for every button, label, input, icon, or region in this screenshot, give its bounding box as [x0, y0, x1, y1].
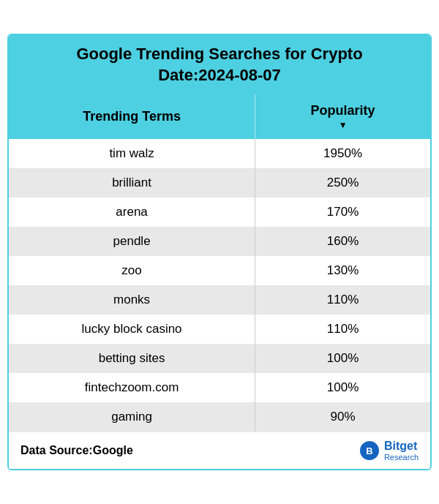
table-row: arena170% — [9, 198, 430, 227]
bitget-name: Bitget — [384, 440, 419, 453]
term-cell: zoo — [9, 256, 255, 285]
col-terms-header: Trending Terms — [9, 94, 255, 139]
popularity-cell: 160% — [255, 227, 430, 256]
chart-title: Google Trending Searches for Crypto Date… — [20, 44, 419, 86]
term-cell: brilliant — [9, 168, 255, 198]
title-line2: Date:2024-08-07 — [158, 66, 281, 84]
term-cell: gaming — [9, 402, 255, 432]
popularity-cell: 130% — [255, 256, 430, 285]
table-row: lucky block casino110% — [9, 315, 430, 344]
term-cell: monks — [9, 285, 255, 315]
table-row: zoo130% — [9, 256, 430, 285]
term-cell: lucky block casino — [9, 315, 255, 344]
term-cell: pendle — [9, 227, 255, 256]
popularity-cell: 110% — [255, 285, 430, 315]
col-popularity-header: Popularity ▼ — [255, 94, 430, 139]
bitget-sub: Research — [384, 453, 419, 462]
table-body: tim walz1950%brilliant250%arena170%pendl… — [9, 139, 430, 432]
popularity-cell: 170% — [255, 198, 430, 227]
table-row: monks110% — [9, 285, 430, 315]
popularity-cell: 90% — [255, 402, 430, 432]
table-row: betting sites100% — [9, 344, 430, 373]
table-row: brilliant250% — [9, 168, 430, 198]
bitget-logo: B Bitget Research — [359, 440, 419, 462]
bitget-brand-text: Bitget Research — [384, 440, 419, 462]
trending-table: Trending Terms Popularity ▼ tim walz1950… — [9, 94, 430, 432]
popularity-cell: 100% — [255, 373, 430, 402]
popularity-cell: 110% — [255, 315, 430, 344]
bitget-icon: B — [359, 440, 380, 461]
table-row: fintechzoom.com100% — [9, 373, 430, 402]
card-footer: Data Source:Google B Bitget Research — [9, 432, 430, 469]
title-line1: Google Trending Searches for Crypto — [76, 45, 362, 63]
popularity-cell: 1950% — [255, 139, 430, 168]
term-cell: arena — [9, 198, 255, 227]
card-header: Google Trending Searches for Crypto Date… — [9, 35, 430, 94]
sort-arrow-icon: ▼ — [267, 120, 419, 130]
term-cell: tim walz — [9, 139, 255, 168]
term-cell: betting sites — [9, 344, 255, 373]
table-row: gaming90% — [9, 402, 430, 432]
svg-text:B: B — [366, 445, 372, 456]
col2-label: Popularity — [311, 103, 375, 118]
popularity-cell: 100% — [255, 344, 430, 373]
main-card: Google Trending Searches for Crypto Date… — [7, 34, 432, 470]
term-cell: fintechzoom.com — [9, 373, 255, 402]
col1-label: Trending Terms — [83, 109, 181, 124]
table-row: pendle160% — [9, 227, 430, 256]
table-header-row: Trending Terms Popularity ▼ — [9, 94, 430, 139]
popularity-cell: 250% — [255, 168, 430, 198]
data-source-label: Data Source:Google — [20, 444, 133, 457]
table-row: tim walz1950% — [9, 139, 430, 168]
